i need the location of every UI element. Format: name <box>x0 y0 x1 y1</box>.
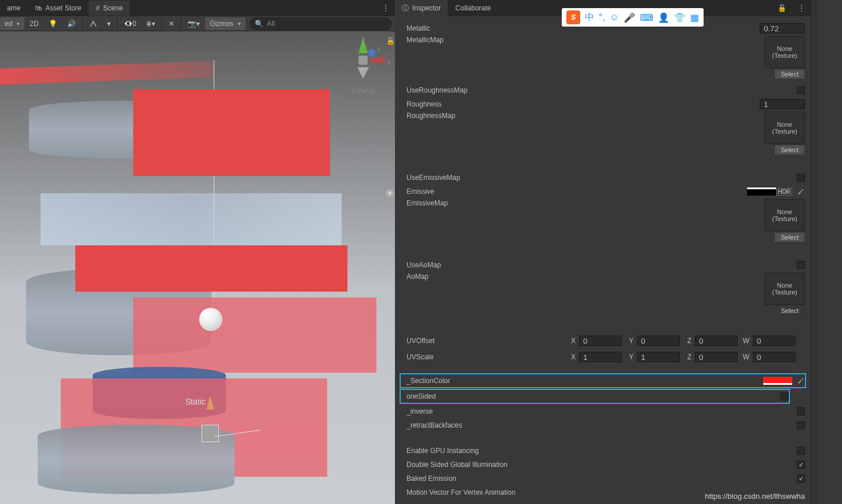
one-sided-checkbox[interactable] <box>781 392 789 400</box>
ime-skin-icon[interactable]: 👕 <box>674 12 686 23</box>
double-sided-gi-checkbox[interactable]: ✓ <box>797 461 805 469</box>
ime-toolbox-icon[interactable]: ▦ <box>690 12 699 23</box>
select-texture-button[interactable]: Select <box>774 69 805 79</box>
roughness-input[interactable] <box>760 99 805 109</box>
inverse-checkbox[interactable] <box>797 407 805 415</box>
inspector-content: Metallic MetallicMap None (Texture) Sele… <box>395 16 811 504</box>
projection-label[interactable]: ≡ Persp <box>337 87 389 95</box>
gizmos-dropdown[interactable]: Gizmos <box>205 17 246 30</box>
uv-offset-x-input[interactable] <box>579 336 622 346</box>
left-tab-bar: ame 🛍 Asset Store # Scene ⋮ <box>0 0 395 16</box>
roughness-map-slot[interactable]: None (Texture) <box>764 112 805 144</box>
scene-toolbar: ed 2D 💡 🔊 ▾ 👁‍🗨0 ⋕▾ ✕ 📷▾ Gizmos 🔍 All <box>0 16 395 31</box>
tab-asset-store[interactable]: 🛍 Asset Store <box>28 1 89 16</box>
x-axis-cone[interactable] <box>370 56 386 65</box>
uv-scale-x-input[interactable] <box>579 352 622 362</box>
tools-icon[interactable]: ✕ <box>164 17 179 31</box>
y-axis-label: y <box>362 35 365 42</box>
grid-hash-icon: # <box>96 4 100 12</box>
draw-mode-dropdown[interactable]: ed <box>0 17 24 30</box>
neg-y-axis-cone[interactable] <box>357 67 369 79</box>
audio-toggle-icon[interactable]: 🔊 <box>63 17 80 31</box>
ime-mic-icon[interactable]: 🎤 <box>624 12 635 23</box>
select-texture-button[interactable]: Select <box>774 306 805 316</box>
search-icon: 🔍 <box>255 20 263 28</box>
x-axis-label: x <box>388 59 391 66</box>
uv-scale-w-input[interactable] <box>753 352 796 362</box>
ime-punct-icon[interactable]: °, <box>599 12 605 23</box>
metallic-map-slot[interactable]: None (Texture) <box>764 36 805 68</box>
use-roughness-map-checkbox[interactable] <box>797 86 805 94</box>
metallic-input[interactable] <box>760 23 805 34</box>
none-text: None <box>777 208 792 215</box>
emissive-map-slot[interactable]: None (Texture) <box>764 199 805 231</box>
gpu-instancing-checkbox[interactable] <box>797 447 805 455</box>
scene-viewport[interactable]: Static ✳ 🔓 y z x ≡ Persp <box>0 31 395 504</box>
section-color-label: _SectionColor <box>407 377 763 385</box>
uv-offset-y-input[interactable] <box>637 336 680 346</box>
uv-offset-w-input[interactable] <box>753 336 796 346</box>
model-slice <box>75 245 347 292</box>
texture-text: (Texture) <box>772 52 797 59</box>
hdr-badge: HDR <box>776 188 792 196</box>
hidden-objects-icon[interactable]: 👁‍🗨0 <box>119 17 141 31</box>
texture-text: (Texture) <box>772 128 797 135</box>
baked-emission-label: Baked Emission <box>407 474 797 483</box>
watermark-text: https://blog.csdn.net/llhswwha <box>705 492 805 501</box>
tab-game[interactable]: ame <box>0 1 28 16</box>
fx-toggle-icon[interactable] <box>85 17 102 31</box>
hidden-count: 0 <box>133 20 137 28</box>
lock-icon[interactable]: 🔓 <box>386 37 395 45</box>
w-label: W <box>741 337 749 345</box>
use-ao-map-checkbox[interactable] <box>797 261 805 269</box>
w-label: W <box>741 353 749 361</box>
tab-context-menu-icon[interactable]: ⋮ <box>376 4 395 12</box>
ao-map-label: AoMap <box>407 273 764 281</box>
x-label: X <box>568 353 576 361</box>
uv-scale-z-input[interactable] <box>695 352 738 362</box>
uv-offset-z-input[interactable] <box>695 336 738 346</box>
use-ao-map-label: UseAoMap <box>407 261 797 269</box>
orientation-gizmo[interactable]: 🔓 y z x ≡ Persp <box>337 37 389 95</box>
z-label: Z <box>683 337 691 345</box>
baked-emission-checkbox[interactable]: ✓ <box>797 474 805 483</box>
model-slice <box>133 89 330 176</box>
select-texture-button[interactable]: Select <box>774 145 805 155</box>
ime-toolbar[interactable]: S 中 °, ☺ 🎤 ⌨ 👤 👕 ▦ <box>562 8 704 27</box>
skybox-toggle-icon[interactable]: ▾ <box>102 17 115 31</box>
z-axis-cone[interactable] <box>368 49 376 57</box>
roughness-map-label: RoughnessMap <box>407 112 764 120</box>
ime-emoji-icon[interactable]: ☺ <box>610 12 619 23</box>
tab-inspector[interactable]: ⓘ Inspector <box>395 0 448 17</box>
camera-icon[interactable]: 📷▾ <box>183 17 204 31</box>
scene-search-input[interactable]: 🔍 All <box>250 17 391 30</box>
emissive-color-swatch[interactable] <box>747 187 776 196</box>
transform-sphere-handle[interactable] <box>199 308 222 331</box>
uv-scale-label: UVScale <box>407 353 564 361</box>
tab-context-menu-icon[interactable]: ⋮ <box>792 4 811 12</box>
grid-snap-icon[interactable]: ⋕▾ <box>141 17 160 31</box>
select-texture-button[interactable]: Select <box>774 232 805 242</box>
ime-user-icon[interactable]: 👤 <box>658 12 669 23</box>
search-placeholder: All <box>267 20 274 28</box>
tab-collaborate[interactable]: Collaborate <box>448 1 498 16</box>
gizmo-center[interactable] <box>358 56 368 65</box>
toggle-2d[interactable]: 2D <box>25 17 43 31</box>
ime-lang-icon[interactable]: 中 <box>585 12 594 24</box>
transform-cube-handle[interactable] <box>202 425 219 442</box>
ime-keyboard-icon[interactable]: ⌨ <box>640 12 653 23</box>
eyedropper-icon[interactable] <box>796 376 805 385</box>
tab-scene[interactable]: # Scene <box>89 1 130 16</box>
scrollbar[interactable] <box>811 0 818 504</box>
eyedropper-icon[interactable] <box>796 187 805 196</box>
uv-scale-y-input[interactable] <box>637 352 680 362</box>
use-emissive-map-checkbox[interactable] <box>797 174 805 182</box>
tab-asset-store-label: Asset Store <box>45 4 81 12</box>
sogou-logo-icon[interactable]: S <box>566 10 580 24</box>
light-toggle-icon[interactable]: 💡 <box>44 17 62 31</box>
transform-arrow-handle[interactable] <box>206 396 214 410</box>
ao-map-slot[interactable]: None (Texture) <box>764 273 805 305</box>
retract-backfaces-checkbox[interactable] <box>797 421 805 429</box>
section-color-swatch[interactable] <box>763 377 792 385</box>
lock-icon[interactable]: 🔓 <box>772 1 792 16</box>
